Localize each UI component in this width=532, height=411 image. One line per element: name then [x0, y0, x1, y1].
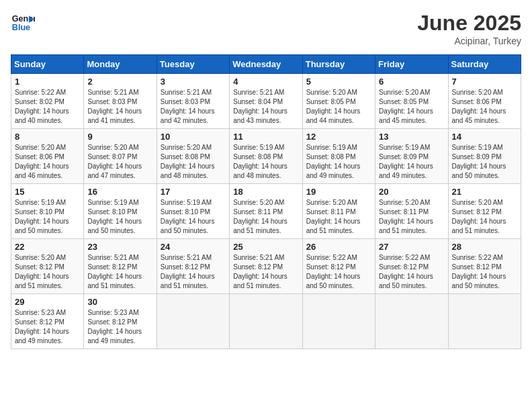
- day-number: 26: [306, 242, 371, 252]
- day-cell-10: 10Sunrise: 5:20 AMSunset: 8:08 PMDayligh…: [157, 129, 229, 184]
- day-info: Sunrise: 5:21 AMSunset: 8:04 PMDaylight:…: [233, 88, 298, 126]
- weekday-header-saturday: Saturday: [448, 55, 521, 74]
- calendar-week-row: 1Sunrise: 5:22 AMSunset: 8:02 PMDaylight…: [11, 74, 521, 129]
- day-info: Sunrise: 5:21 AMSunset: 8:12 PMDaylight:…: [87, 253, 152, 291]
- day-cell-9: 9Sunrise: 5:20 AMSunset: 8:07 PMDaylight…: [84, 129, 157, 184]
- day-number: 8: [15, 132, 80, 142]
- day-number: 16: [87, 187, 152, 197]
- calendar-header-row: SundayMondayTuesdayWednesdayThursdayFrid…: [11, 55, 521, 74]
- day-number: 3: [161, 77, 226, 87]
- day-info: Sunrise: 5:21 AMSunset: 8:03 PMDaylight:…: [87, 88, 152, 126]
- day-info: Sunrise: 5:20 AMSunset: 8:07 PMDaylight:…: [87, 143, 152, 181]
- day-cell-21: 21Sunrise: 5:20 AMSunset: 8:12 PMDayligh…: [448, 184, 521, 239]
- logo-icon: General Blue: [11, 11, 35, 35]
- weekday-header-sunday: Sunday: [11, 55, 84, 74]
- location-subtitle: Acipinar, Turkey: [417, 36, 521, 46]
- calendar-week-row: 8Sunrise: 5:20 AMSunset: 8:06 PMDaylight…: [11, 129, 521, 184]
- empty-cell: [230, 294, 302, 349]
- day-info: Sunrise: 5:19 AMSunset: 8:10 PMDaylight:…: [15, 198, 80, 236]
- day-number: 20: [379, 187, 444, 197]
- day-cell-27: 27Sunrise: 5:22 AMSunset: 8:12 PMDayligh…: [375, 239, 448, 294]
- day-number: 6: [379, 77, 444, 87]
- day-number: 30: [87, 297, 152, 307]
- day-cell-3: 3Sunrise: 5:21 AMSunset: 8:03 PMDaylight…: [157, 74, 229, 129]
- day-info: Sunrise: 5:23 AMSunset: 8:12 PMDaylight:…: [15, 308, 80, 346]
- calendar-table: SundayMondayTuesdayWednesdayThursdayFrid…: [11, 54, 521, 349]
- title-section: June 2025 Acipinar, Turkey: [417, 11, 521, 46]
- day-number: 18: [233, 187, 298, 197]
- empty-cell: [448, 294, 521, 349]
- day-number: 21: [452, 187, 517, 197]
- day-number: 5: [306, 77, 371, 87]
- day-info: Sunrise: 5:20 AMSunset: 8:05 PMDaylight:…: [379, 88, 444, 126]
- day-number: 13: [379, 132, 444, 142]
- weekday-header-wednesday: Wednesday: [230, 55, 302, 74]
- day-number: 19: [306, 187, 371, 197]
- day-info: Sunrise: 5:20 AMSunset: 8:11 PMDaylight:…: [233, 198, 298, 236]
- day-cell-15: 15Sunrise: 5:19 AMSunset: 8:10 PMDayligh…: [11, 184, 84, 239]
- day-cell-17: 17Sunrise: 5:19 AMSunset: 8:10 PMDayligh…: [157, 184, 229, 239]
- day-cell-7: 7Sunrise: 5:20 AMSunset: 8:06 PMDaylight…: [448, 74, 521, 129]
- day-info: Sunrise: 5:19 AMSunset: 8:10 PMDaylight:…: [87, 198, 152, 236]
- day-cell-5: 5Sunrise: 5:20 AMSunset: 8:05 PMDaylight…: [302, 74, 375, 129]
- day-info: Sunrise: 5:20 AMSunset: 8:06 PMDaylight:…: [452, 88, 517, 126]
- day-number: 23: [87, 242, 152, 252]
- day-number: 28: [452, 242, 517, 252]
- day-info: Sunrise: 5:20 AMSunset: 8:11 PMDaylight:…: [306, 198, 371, 236]
- day-number: 7: [452, 77, 517, 87]
- day-cell-2: 2Sunrise: 5:21 AMSunset: 8:03 PMDaylight…: [84, 74, 157, 129]
- day-info: Sunrise: 5:19 AMSunset: 8:09 PMDaylight:…: [379, 143, 444, 181]
- day-cell-11: 11Sunrise: 5:19 AMSunset: 8:08 PMDayligh…: [230, 129, 302, 184]
- day-info: Sunrise: 5:20 AMSunset: 8:05 PMDaylight:…: [306, 88, 371, 126]
- day-cell-4: 4Sunrise: 5:21 AMSunset: 8:04 PMDaylight…: [230, 74, 302, 129]
- day-cell-24: 24Sunrise: 5:21 AMSunset: 8:12 PMDayligh…: [157, 239, 229, 294]
- weekday-header-monday: Monday: [84, 55, 157, 74]
- day-info: Sunrise: 5:23 AMSunset: 8:12 PMDaylight:…: [87, 308, 152, 346]
- day-number: 15: [15, 187, 80, 197]
- day-info: Sunrise: 5:20 AMSunset: 8:12 PMDaylight:…: [15, 253, 80, 291]
- logo: General Blue: [11, 11, 35, 35]
- day-info: Sunrise: 5:22 AMSunset: 8:02 PMDaylight:…: [15, 88, 80, 126]
- day-cell-16: 16Sunrise: 5:19 AMSunset: 8:10 PMDayligh…: [84, 184, 157, 239]
- day-info: Sunrise: 5:20 AMSunset: 8:11 PMDaylight:…: [379, 198, 444, 236]
- day-number: 12: [306, 132, 371, 142]
- day-info: Sunrise: 5:22 AMSunset: 8:12 PMDaylight:…: [452, 253, 517, 291]
- day-info: Sunrise: 5:19 AMSunset: 8:10 PMDaylight:…: [161, 198, 226, 236]
- day-number: 2: [87, 77, 152, 87]
- empty-cell: [302, 294, 375, 349]
- day-cell-30: 30Sunrise: 5:23 AMSunset: 8:12 PMDayligh…: [84, 294, 157, 349]
- day-info: Sunrise: 5:22 AMSunset: 8:12 PMDaylight:…: [379, 253, 444, 291]
- day-number: 11: [233, 132, 298, 142]
- calendar-week-row: 15Sunrise: 5:19 AMSunset: 8:10 PMDayligh…: [11, 184, 521, 239]
- day-info: Sunrise: 5:21 AMSunset: 8:12 PMDaylight:…: [233, 253, 298, 291]
- day-number: 14: [452, 132, 517, 142]
- day-cell-23: 23Sunrise: 5:21 AMSunset: 8:12 PMDayligh…: [84, 239, 157, 294]
- day-cell-19: 19Sunrise: 5:20 AMSunset: 8:11 PMDayligh…: [302, 184, 375, 239]
- calendar-week-row: 22Sunrise: 5:20 AMSunset: 8:12 PMDayligh…: [11, 239, 521, 294]
- day-number: 22: [15, 242, 80, 252]
- day-number: 29: [15, 297, 80, 307]
- weekday-header-tuesday: Tuesday: [157, 55, 229, 74]
- day-info: Sunrise: 5:20 AMSunset: 8:12 PMDaylight:…: [452, 198, 517, 236]
- empty-cell: [375, 294, 448, 349]
- day-cell-29: 29Sunrise: 5:23 AMSunset: 8:12 PMDayligh…: [11, 294, 84, 349]
- day-cell-22: 22Sunrise: 5:20 AMSunset: 8:12 PMDayligh…: [11, 239, 84, 294]
- day-info: Sunrise: 5:19 AMSunset: 8:09 PMDaylight:…: [452, 143, 517, 181]
- day-info: Sunrise: 5:20 AMSunset: 8:06 PMDaylight:…: [15, 143, 80, 181]
- page-header: General Blue June 2025 Acipinar, Turkey: [11, 11, 521, 46]
- day-info: Sunrise: 5:19 AMSunset: 8:08 PMDaylight:…: [233, 143, 298, 181]
- day-cell-26: 26Sunrise: 5:22 AMSunset: 8:12 PMDayligh…: [302, 239, 375, 294]
- day-cell-14: 14Sunrise: 5:19 AMSunset: 8:09 PMDayligh…: [448, 129, 521, 184]
- day-cell-6: 6Sunrise: 5:20 AMSunset: 8:05 PMDaylight…: [375, 74, 448, 129]
- day-cell-28: 28Sunrise: 5:22 AMSunset: 8:12 PMDayligh…: [448, 239, 521, 294]
- day-cell-25: 25Sunrise: 5:21 AMSunset: 8:12 PMDayligh…: [230, 239, 302, 294]
- day-cell-12: 12Sunrise: 5:19 AMSunset: 8:08 PMDayligh…: [302, 129, 375, 184]
- empty-cell: [157, 294, 229, 349]
- day-cell-18: 18Sunrise: 5:20 AMSunset: 8:11 PMDayligh…: [230, 184, 302, 239]
- day-number: 27: [379, 242, 444, 252]
- month-year-title: June 2025: [417, 11, 521, 36]
- svg-text:Blue: Blue: [12, 23, 30, 32]
- day-cell-1: 1Sunrise: 5:22 AMSunset: 8:02 PMDaylight…: [11, 74, 84, 129]
- calendar-week-row: 29Sunrise: 5:23 AMSunset: 8:12 PMDayligh…: [11, 294, 521, 349]
- day-info: Sunrise: 5:20 AMSunset: 8:08 PMDaylight:…: [161, 143, 226, 181]
